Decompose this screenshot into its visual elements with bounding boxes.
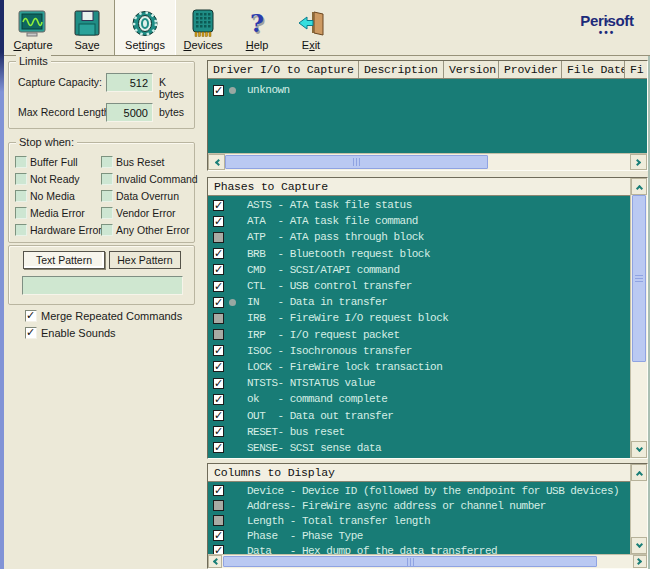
phase-row[interactable]: SENSE- SCSI sense data	[208, 440, 630, 456]
stop-when-option[interactable]: Bus Reset	[101, 153, 198, 170]
phase-row[interactable]: BRB - Bluetooth request block	[208, 246, 630, 262]
checkbox[interactable]	[101, 224, 113, 236]
checkbox[interactable]	[213, 545, 224, 554]
column-row[interactable]: Phase - Phase Type	[208, 528, 630, 543]
columns-vertical-scrollbar[interactable]	[630, 464, 647, 554]
checkbox[interactable]	[213, 232, 224, 243]
column-row[interactable]: Address- FireWire async address or chann…	[208, 498, 630, 513]
checkbox[interactable]	[213, 264, 224, 275]
stop-when-option[interactable]: Media Error	[15, 204, 101, 221]
checkbox[interactable]	[213, 485, 224, 496]
phase-row[interactable]: IN - Data in transfer	[208, 294, 630, 310]
driver-column-header[interactable]: Fi	[625, 61, 650, 78]
phase-row[interactable]: ISOC - Isochronous transfer	[208, 343, 630, 359]
scrollbar-track[interactable]	[631, 481, 647, 537]
checkbox[interactable]	[213, 85, 224, 96]
scrollbar-thumb[interactable]	[223, 556, 597, 567]
checkbox[interactable]	[213, 378, 224, 389]
scrollbar-track[interactable]	[631, 195, 647, 441]
stop-when-option[interactable]: Buffer Full	[15, 153, 101, 170]
driver-horizontal-scrollbar[interactable]	[208, 153, 647, 170]
checkbox[interactable]	[101, 173, 113, 185]
checkbox[interactable]	[213, 248, 224, 259]
scroll-left-button[interactable]	[208, 555, 222, 568]
scroll-down-button[interactable]	[631, 537, 647, 554]
phase-row[interactable]: RESET- bus reset	[208, 424, 630, 440]
checkbox[interactable]	[213, 313, 224, 324]
stop-when-option[interactable]: Any Other Error	[101, 221, 198, 238]
merge-repeated-commands-option[interactable]: Merge Repeated Commands	[25, 310, 182, 322]
phase-row[interactable]: ATP - ATA pass through block	[208, 229, 630, 245]
toolbar-button-devices[interactable]: Devices	[176, 0, 230, 55]
checkbox[interactable]	[15, 173, 27, 185]
phase-row[interactable]: ASTS - ATA task file status	[208, 197, 630, 213]
column-row[interactable]: Length - Total transfer length	[208, 513, 630, 528]
checkbox[interactable]	[15, 224, 27, 236]
column-row[interactable]: Device - Device ID (followed by the endp…	[208, 483, 630, 498]
checkbox[interactable]	[213, 500, 224, 511]
checkbox[interactable]	[213, 410, 224, 421]
checkbox[interactable]	[101, 207, 113, 219]
phase-row[interactable]: CMD - SCSI/ATAPI command	[208, 262, 630, 278]
scrollbar-thumb[interactable]	[632, 195, 646, 362]
checkbox[interactable]	[101, 190, 113, 202]
checkbox[interactable]	[15, 207, 27, 219]
checkbox[interactable]	[213, 345, 224, 356]
scroll-up-button[interactable]	[631, 178, 647, 195]
checkbox[interactable]	[213, 281, 224, 292]
column-row[interactable]: Data - Hex dump of the data transferred	[208, 543, 630, 554]
checkbox[interactable]	[213, 394, 224, 405]
checkbox[interactable]	[213, 216, 224, 227]
phase-row[interactable]: LOCK - FireWire lock transaction	[208, 359, 630, 375]
driver-column-header[interactable]: Version	[444, 61, 499, 78]
capture-capacity-input[interactable]	[106, 73, 153, 92]
scroll-right-button[interactable]	[633, 555, 647, 568]
toolbar-button-settings[interactable]: Settings	[114, 0, 176, 55]
phase-row[interactable]: NTSTS- NTSTATUS value	[208, 375, 630, 391]
checkbox[interactable]	[15, 190, 27, 202]
scroll-left-button[interactable]	[208, 154, 225, 170]
scrollbar-track[interactable]	[225, 154, 630, 170]
checkbox[interactable]	[101, 156, 113, 168]
enable-sounds-checkbox[interactable]	[25, 327, 37, 339]
stop-when-option[interactable]: Hardware Error	[15, 221, 101, 238]
phase-row[interactable]: IRP - I/O request packet	[208, 327, 630, 343]
stop-when-option[interactable]: No Media	[15, 187, 101, 204]
stop-when-option[interactable]: Vendor Error	[101, 204, 198, 221]
driver-column-header[interactable]: Driver I/O to Capture	[208, 61, 359, 78]
tab-hex-pattern[interactable]: Hex Pattern	[109, 251, 181, 269]
driver-column-header[interactable]: Description	[359, 61, 444, 78]
phase-row[interactable]: OUT - Data out transfer	[208, 407, 630, 423]
driver-row[interactable]: unknown	[208, 82, 647, 98]
phase-row[interactable]: IRB - FireWire I/O request block	[208, 310, 630, 326]
columns-horizontal-scrollbar[interactable]	[208, 554, 647, 568]
phase-row[interactable]: CTL - USB control transfer	[208, 278, 630, 294]
checkbox[interactable]	[15, 156, 27, 168]
merge-repeated-commands-checkbox[interactable]	[25, 310, 37, 322]
checkbox[interactable]	[213, 530, 224, 541]
scrollbar-track[interactable]	[222, 555, 633, 568]
driver-column-header[interactable]: Provider	[499, 61, 562, 78]
phases-vertical-scrollbar[interactable]	[630, 178, 647, 458]
checkbox[interactable]	[213, 426, 224, 437]
toolbar-button-save[interactable]: Save	[60, 0, 114, 55]
scrollbar-thumb[interactable]	[225, 155, 488, 169]
checkbox[interactable]	[213, 297, 224, 308]
stop-when-option[interactable]: Invalid Command	[101, 170, 198, 187]
stop-when-option[interactable]: Not Ready	[15, 170, 101, 187]
toolbar-button-help[interactable]: ?Help	[230, 0, 284, 55]
pattern-input[interactable]	[22, 276, 183, 295]
checkbox[interactable]	[213, 361, 224, 372]
toolbar-button-exit[interactable]: Exit	[284, 0, 338, 55]
enable-sounds-option[interactable]: Enable Sounds	[25, 327, 116, 339]
toolbar-button-capture[interactable]: Capture	[6, 0, 60, 55]
driver-column-header[interactable]: File Date	[562, 61, 625, 78]
scroll-down-button[interactable]	[631, 441, 647, 458]
checkbox[interactable]	[213, 200, 224, 211]
phase-row[interactable]: ATA - ATA task file command	[208, 213, 630, 229]
scroll-right-button[interactable]	[630, 154, 647, 170]
stop-when-option[interactable]: Data Overrun	[101, 187, 198, 204]
phase-row[interactable]: SPT - SCSI pass through block	[208, 456, 630, 458]
checkbox[interactable]	[213, 442, 224, 453]
tab-text-pattern[interactable]: Text Pattern	[23, 251, 105, 269]
